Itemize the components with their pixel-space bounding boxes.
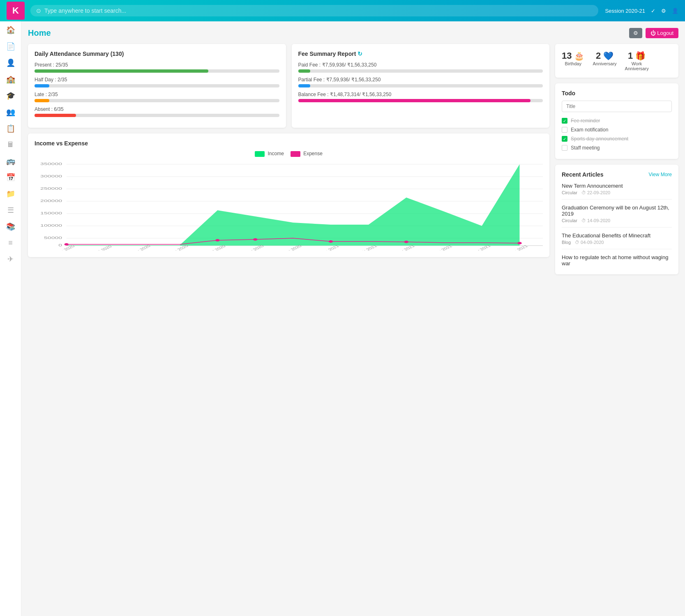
articles-header: Recent Articles View More — [562, 171, 672, 178]
sidebar-stack-icon[interactable]: 📚 — [6, 222, 15, 231]
todo-uncheck-2[interactable] — [562, 127, 567, 133]
expense-dot-6 — [253, 238, 258, 241]
todo-item-4: Staff meeting — [562, 143, 672, 152]
present-fill — [35, 69, 208, 73]
sidebar-home-icon[interactable]: 🏠 — [6, 25, 15, 34]
logout-button[interactable]: ⏻ Logout — [646, 28, 678, 38]
article-1-meta: Circular ⏱ 22-09-2020 — [562, 190, 672, 195]
late-label: Late : 2/35 — [35, 92, 279, 97]
articles-card: Recent Articles View More New Term Annou… — [555, 165, 678, 274]
fee-paid: Paid Fee : ₹7,59,936/ ₹1,56,33,250 — [298, 62, 543, 73]
session-dropdown[interactable]: Session 2020-21 — [605, 8, 645, 14]
svg-text:50000: 50000 — [44, 235, 62, 239]
chart-svg: 350000 300000 250000 200000 150000 10000… — [35, 160, 543, 251]
expense-legend: Expense — [291, 151, 323, 157]
work-anniversary-label: Work Anniversary — [625, 61, 649, 71]
todo-text-2: Exam notification — [571, 127, 608, 133]
sidebar-graduation-icon[interactable]: 🎓 — [6, 91, 15, 100]
birthday-label: Birthday — [565, 61, 581, 66]
sidebar-calculator-icon[interactable]: 🖩 — [7, 140, 14, 149]
todo-input[interactable] — [562, 101, 672, 112]
stats-row: 13 🎂 Birthday 2 💙 Anniversary — [562, 51, 672, 71]
search-bar[interactable]: ⊙ Type anywhere to start search... — [30, 5, 598, 16]
expense-dot-10 — [404, 241, 408, 243]
anniversary-number: 2 — [596, 51, 601, 61]
page-title: Home — [28, 28, 51, 38]
birthday-icon: 🎂 — [574, 51, 584, 61]
attendance-title: Daily Attendance Summary (130) — [35, 51, 279, 57]
absent-fill — [35, 114, 76, 117]
sidebar-user-icon[interactable]: 👤 — [6, 58, 15, 67]
sidebar-menu-icon[interactable]: ≡ — [8, 239, 13, 247]
sidebar-folder-icon[interactable]: 📁 — [6, 189, 15, 198]
todo-check-1[interactable]: ✓ — [562, 118, 567, 124]
income-legend-color — [255, 151, 265, 157]
svg-text:0: 0 — [58, 243, 62, 247]
settings-icon[interactable]: ⚙ — [661, 8, 666, 14]
todo-uncheck-4[interactable] — [562, 145, 567, 151]
stat-birthday: 13 🎂 Birthday — [562, 51, 584, 66]
fee-balance: Balance Fee : ₹1,48,73,314/ ₹1,56,33,250 — [298, 92, 543, 102]
article-4-title[interactable]: How to regulate tech at home without wag… — [562, 254, 672, 267]
expense-dot-5 — [215, 239, 220, 241]
settings-button[interactable]: ⚙ — [629, 28, 642, 38]
article-4: How to regulate tech at home without wag… — [562, 254, 672, 267]
present-track — [35, 69, 279, 73]
search-icon: ⊙ — [36, 7, 41, 14]
anniversary-icon: 💙 — [603, 51, 614, 61]
partial-label: Partial Fee : ₹7,59,936/ ₹1,56,33,250 — [298, 77, 543, 83]
paid-track — [298, 69, 543, 73]
view-more-button[interactable]: View More — [649, 172, 672, 177]
article-1: New Term Announcement Circular ⏱ 22-09-2… — [562, 183, 672, 200]
article-3-title[interactable]: The Educational Benefits of Minecraft — [562, 232, 672, 239]
todo-item-1: ✓ Fee reminder — [562, 116, 672, 125]
check-icon[interactable]: ✓ — [651, 8, 655, 14]
article-2-title[interactable]: Graduation Ceremony will be on August 12… — [562, 205, 672, 217]
sidebar-file-icon[interactable]: 📄 — [6, 42, 15, 51]
top-cards: Daily Attendance Summary (130) Present :… — [28, 44, 549, 128]
expense-dot-1 — [64, 243, 69, 246]
chart-legend: Income Expense — [35, 151, 543, 157]
halfday-label: Half Day : 2/35 — [35, 77, 279, 83]
todo-text-3: Sports day announcement — [571, 136, 628, 142]
birthday-number: 13 — [562, 51, 572, 61]
expense-dot-13 — [517, 242, 522, 244]
article-2-meta: Circular ⏱ 14-09-2020 — [562, 218, 672, 223]
todo-check-3[interactable]: ✓ — [562, 136, 567, 142]
present-label: Present : 25/35 — [35, 62, 279, 68]
stat-work-anniversary: 1 🎁 Work Anniversary — [625, 51, 649, 71]
sidebar-calendar-icon[interactable]: 📅 — [6, 173, 15, 182]
logo: K — [7, 2, 25, 20]
paid-label: Paid Fee : ₹7,59,936/ ₹1,56,33,250 — [298, 62, 543, 68]
sidebar-truck-icon[interactable]: 🚌 — [6, 156, 15, 165]
article-1-title[interactable]: New Term Announcement — [562, 183, 672, 189]
income-legend: Income — [255, 151, 284, 157]
article-2-type: Circular — [562, 218, 577, 223]
nav-right: Session 2020-21 ✓ ⚙ 👤 — [605, 8, 678, 14]
sidebar-document-icon[interactable]: 📋 — [6, 124, 15, 133]
sidebar-send-icon[interactable]: ✈ — [7, 255, 14, 264]
sidebar-building-icon[interactable]: 🏫 — [6, 75, 15, 84]
svg-text:Aug 2020: Aug 2020 — [130, 244, 152, 251]
absent-label: Absent : 6/35 — [35, 106, 279, 112]
sidebar-list-icon[interactable]: ☰ — [7, 206, 14, 215]
expense-legend-color — [291, 151, 300, 157]
late-fill — [35, 99, 49, 102]
svg-text:350000: 350000 — [40, 161, 62, 165]
fee-partial: Partial Fee : ₹7,59,936/ ₹1,56,33,250 — [298, 77, 543, 87]
svg-text:Sep 2020: Sep 2020 — [168, 244, 189, 251]
halfday-track — [35, 84, 279, 87]
svg-text:200000: 200000 — [40, 198, 62, 202]
attendance-halfday: Half Day : 2/35 — [35, 77, 279, 87]
article-2-date: ⏱ 14-09-2020 — [581, 218, 610, 223]
article-3-type: Blog — [562, 240, 571, 245]
chart-container: 350000 300000 250000 200000 150000 10000… — [35, 160, 543, 251]
article-1-type: Circular — [562, 190, 577, 195]
stats-card: 13 🎂 Birthday 2 💙 Anniversary — [555, 44, 678, 78]
sidebar-users-icon[interactable]: 👥 — [6, 108, 15, 117]
svg-text:300000: 300000 — [40, 174, 62, 178]
attendance-late: Late : 2/35 — [35, 92, 279, 102]
refresh-icon[interactable]: ↻ — [357, 51, 362, 57]
header-actions: ⚙ ⏻ Logout — [629, 28, 678, 38]
user-icon[interactable]: 👤 — [672, 8, 678, 14]
